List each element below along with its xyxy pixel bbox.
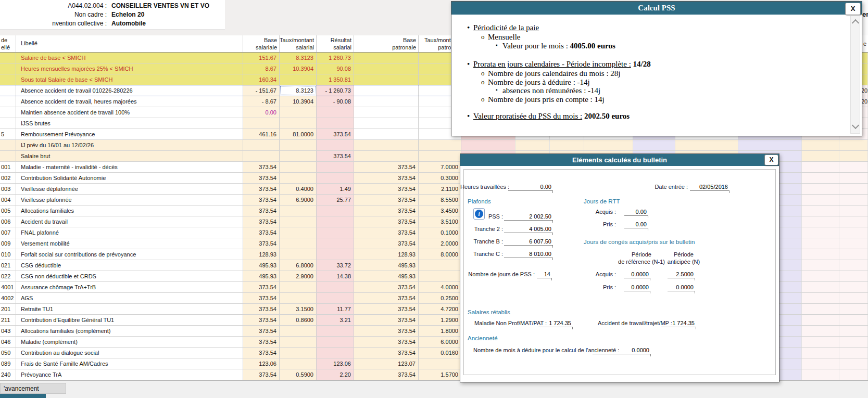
table-cell[interactable]: 495.93	[243, 271, 280, 281]
table-cell[interactable]: 0.5900	[280, 369, 317, 380]
column-header-base-patronale[interactable]: Base patronale	[354, 35, 419, 52]
table-cell[interactable]: 003	[0, 184, 16, 194]
table-cell[interactable]	[354, 107, 419, 118]
trancheB-field[interactable]: 6 007.50	[504, 238, 552, 246]
cell-libelle[interactable]: Maladie - maternité - invalidité - décès	[16, 162, 243, 172]
table-cell[interactable]	[280, 107, 317, 118]
table-cell[interactable]	[0, 74, 16, 85]
table-cell[interactable]: 6.9000	[280, 195, 317, 205]
table-cell[interactable]	[802, 326, 839, 336]
table-cell[interactable]	[280, 216, 317, 227]
table-cell[interactable]	[243, 140, 280, 150]
table-cell[interactable]	[0, 118, 16, 129]
table-cell[interactable]	[839, 304, 868, 314]
table-cell[interactable]: 021	[0, 260, 16, 271]
cell-libelle[interactable]: Remboursement Prévoyance	[16, 129, 243, 139]
table-cell[interactable]: 33.72	[317, 260, 354, 271]
table-cell[interactable]	[317, 118, 354, 129]
table-cell[interactable]	[280, 162, 317, 172]
table-cell[interactable]	[839, 271, 868, 281]
table-cell[interactable]	[243, 118, 280, 129]
table-cell[interactable]	[317, 326, 354, 336]
cell-libelle[interactable]: IJSS brutes	[16, 118, 243, 129]
table-cell[interactable]	[354, 85, 419, 96]
heures-travaillees-field[interactable]: 0.00	[508, 183, 552, 191]
column-header-code[interactable]: de ellé	[0, 35, 16, 52]
table-cell[interactable]: 373.54	[243, 304, 280, 314]
table-cell[interactable]	[280, 358, 317, 369]
scroll-down-icon[interactable]	[851, 123, 860, 131]
cell-libelle[interactable]: IJ prév du 16/01 au 12/02/26	[16, 140, 243, 150]
table-cell[interactable]	[280, 206, 317, 216]
table-cell[interactable]: 089	[0, 358, 16, 369]
table-cell[interactable]: 0.3000	[419, 173, 461, 183]
table-cell[interactable]: - 90.08	[317, 96, 354, 107]
table-cell[interactable]: 373.54	[317, 151, 354, 161]
conges-acquis-ref-field[interactable]: 0.0000	[624, 271, 650, 278]
table-cell[interactable]: 007	[0, 227, 16, 238]
table-cell[interactable]: 373.54	[354, 315, 419, 325]
table-cell[interactable]: 4001	[0, 282, 16, 292]
table-cell[interactable]: 160.34	[243, 74, 280, 85]
table-cell[interactable]: 373.54	[243, 173, 280, 183]
table-cell[interactable]: 022	[0, 271, 16, 281]
table-cell[interactable]	[317, 162, 354, 172]
table-cell[interactable]: 6.8000	[280, 260, 317, 271]
cell-libelle[interactable]: Contribution d'Equilibre Général TU1	[16, 315, 243, 325]
table-cell[interactable]: 495.93	[354, 260, 419, 271]
cell-libelle[interactable]: Accident du travail	[16, 216, 243, 227]
table-cell[interactable]: 1.8000	[419, 326, 461, 336]
table-cell[interactable]: 2.20	[317, 369, 354, 380]
cell-libelle[interactable]: Maintien absence accident de travail 100…	[16, 107, 243, 118]
table-cell[interactable]	[839, 238, 868, 249]
cell-libelle[interactable]: CSG non déductible et CRDS	[16, 271, 243, 281]
table-cell[interactable]	[802, 140, 839, 150]
table-cell[interactable]: 10.3904	[280, 96, 317, 107]
table-cell[interactable]: 2.0000	[419, 238, 461, 249]
table-cell[interactable]	[839, 282, 868, 292]
table-cell[interactable]: 373.54	[354, 206, 419, 216]
table-cell[interactable]: 373.54	[317, 129, 354, 139]
table-cell[interactable]: 373.54	[354, 195, 419, 205]
conges-acquis-ant-field[interactable]: 2.5000	[668, 271, 695, 278]
table-cell[interactable]	[0, 53, 16, 63]
table-cell[interactable]	[0, 85, 16, 96]
table-cell[interactable]: 4002	[0, 293, 16, 303]
table-cell[interactable]	[280, 293, 317, 303]
table-cell[interactable]	[802, 293, 839, 303]
table-cell[interactable]	[354, 118, 419, 129]
table-cell[interactable]: 046	[0, 337, 16, 347]
table-cell[interactable]	[839, 249, 868, 260]
table-cell[interactable]: 373.54	[243, 369, 280, 380]
table-cell[interactable]: 373.54	[243, 162, 280, 172]
table-cell[interactable]	[839, 162, 868, 172]
cell-libelle[interactable]: Salaire brut	[16, 151, 243, 161]
table-cell[interactable]: 373.54	[243, 282, 280, 292]
table-cell[interactable]: 373.54	[243, 184, 280, 194]
table-cell[interactable]: 005	[0, 206, 16, 216]
status-tab[interactable]: 'avancement	[0, 383, 66, 394]
table-cell[interactable]: 1 260.73	[317, 53, 354, 63]
table-cell[interactable]	[317, 173, 354, 183]
table-cell[interactable]	[317, 293, 354, 303]
mois-deduire-field[interactable]: 0.0000	[593, 346, 650, 354]
table-cell[interactable]: 0.1000	[419, 227, 461, 238]
table-cell[interactable]	[354, 96, 419, 107]
table-cell[interactable]	[839, 216, 868, 227]
table-cell[interactable]	[354, 140, 419, 150]
table-cell[interactable]: 1.49	[317, 184, 354, 194]
cell-libelle[interactable]: Prévoyance TrA	[16, 369, 243, 380]
table-cell[interactable]	[802, 195, 839, 205]
table-cell[interactable]	[0, 96, 16, 107]
table-cell[interactable]	[0, 63, 16, 74]
table-cell[interactable]	[515, 140, 550, 150]
table-cell[interactable]: 6.0000	[419, 337, 461, 347]
table-cell[interactable]	[802, 348, 839, 358]
table-cell[interactable]	[839, 337, 868, 347]
table-cell[interactable]: 25.77	[317, 195, 354, 205]
table-cell[interactable]: 373.54	[354, 162, 419, 172]
table-cell[interactable]: 128.93	[243, 249, 280, 260]
cell-libelle[interactable]: Contribution Solidarité Autonomie	[16, 173, 243, 183]
table-cell[interactable]: 151.67	[243, 53, 280, 63]
cell-libelle[interactable]: Sous total Salaire de base < SMICH	[16, 74, 243, 85]
